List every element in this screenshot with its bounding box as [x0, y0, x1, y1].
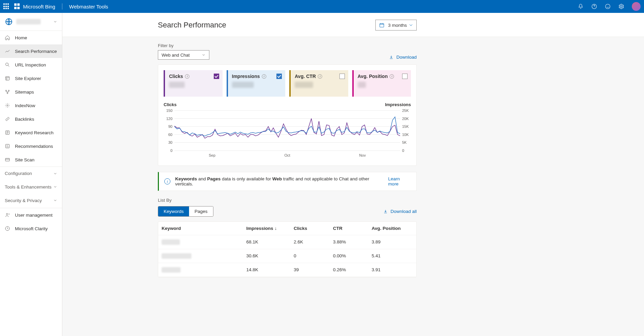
svg-text:Oct: Oct: [284, 153, 290, 157]
col-impressions[interactable]: Impressions↓: [246, 226, 294, 231]
nav-site-scan[interactable]: Site Scan: [0, 153, 62, 166]
metric-value-redacted: [358, 82, 366, 88]
main: Search Performance 3 months Filter by We…: [62, 13, 644, 336]
performance-chart[interactable]: 00305K6010K9015K12020K15025KSepOctNov: [164, 109, 411, 160]
svg-text:120: 120: [166, 117, 172, 121]
site-name-redacted: [16, 19, 41, 24]
svg-rect-11: [6, 144, 9, 148]
col-clicks[interactable]: Clicks: [294, 226, 333, 231]
info-icon[interactable]: i: [262, 74, 266, 79]
info-icon[interactable]: i: [185, 74, 189, 79]
col-ctr[interactable]: CTR: [333, 226, 372, 231]
nav-group-security[interactable]: Security & Privacy: [0, 194, 62, 207]
chart-card: Clicksi Impressionsi Avg. CTRi: [158, 64, 417, 166]
sort-desc-icon: ↓: [275, 226, 277, 231]
svg-rect-12: [5, 158, 9, 161]
info-banner-text: Keywords and Pages data is only availabl…: [175, 176, 383, 186]
metric-ctr[interactable]: Avg. CTRi: [289, 70, 348, 97]
metric-position-checkbox[interactable]: [402, 74, 408, 79]
date-range-selector[interactable]: 3 months: [375, 20, 417, 31]
svg-point-1: [605, 4, 610, 9]
table-row[interactable]: 14.8K390.26%3.91: [158, 263, 416, 277]
table-header: Keyword Impressions↓ Clicks CTR Avg. Pos…: [158, 222, 416, 235]
svg-point-9: [7, 105, 8, 106]
nav-group-tools[interactable]: Tools & Enhancements: [0, 180, 62, 194]
info-icon: i: [164, 178, 170, 184]
svg-text:5K: 5K: [402, 140, 407, 144]
table-row[interactable]: 68.1K2.6K3.88%3.89: [158, 235, 416, 249]
nav-indexnow[interactable]: IndexNow: [0, 99, 62, 112]
svg-rect-5: [6, 77, 9, 80]
svg-point-8: [7, 93, 8, 94]
svg-text:90: 90: [168, 124, 172, 129]
sidebar: Home Search Performance URL Inspection S…: [0, 13, 62, 336]
avatar[interactable]: [632, 2, 641, 11]
download-all-button[interactable]: Download all: [383, 209, 417, 214]
nav-microsoft-clarity[interactable]: Microsoft Clarity: [0, 222, 62, 235]
nav-home[interactable]: Home: [0, 31, 62, 44]
keyword-redacted: [162, 239, 180, 245]
col-position[interactable]: Avg. Position: [372, 226, 413, 231]
nav-keyword-research[interactable]: Keyword Research: [0, 126, 62, 139]
filter-selector[interactable]: Web and Chat: [158, 50, 209, 60]
metric-clicks-checkbox[interactable]: [214, 74, 219, 79]
metric-clicks[interactable]: Clicksi: [164, 70, 223, 97]
keyword-redacted: [162, 267, 181, 273]
metric-position[interactable]: Avg. Positioni: [352, 70, 411, 97]
svg-point-2: [621, 6, 622, 7]
metric-impressions-checkbox[interactable]: [276, 74, 282, 79]
info-icon[interactable]: i: [318, 74, 322, 79]
segment-keywords[interactable]: Keywords: [158, 206, 189, 216]
nav-site-explorer[interactable]: Site Explorer: [0, 72, 62, 85]
segment-pages[interactable]: Pages: [189, 206, 213, 216]
keyword-redacted: [162, 253, 191, 259]
table-row[interactable]: 30.6K00.00%5.41: [158, 249, 416, 263]
settings-icon[interactable]: [618, 3, 624, 9]
svg-text:60: 60: [168, 133, 172, 137]
page-title: Search Performance: [158, 21, 226, 29]
nav-sitemaps[interactable]: Sitemaps: [0, 85, 62, 99]
list-by-segment: Keywords Pages: [158, 206, 213, 217]
chart-right-axis-label: Impressions: [385, 102, 411, 107]
brand[interactable]: Microsoft Bing Webmaster Tools: [14, 3, 108, 9]
brand-label-2: Webmaster Tools: [69, 4, 108, 9]
app-launcher-icon[interactable]: [3, 3, 9, 9]
svg-point-13: [6, 213, 8, 215]
svg-text:150: 150: [166, 109, 172, 113]
feedback-icon[interactable]: [605, 3, 611, 9]
svg-text:0: 0: [170, 149, 172, 153]
list-by-label: List By: [158, 198, 417, 203]
site-selector[interactable]: [0, 13, 62, 31]
svg-point-7: [8, 90, 9, 91]
nav-group-configuration[interactable]: Configuration: [0, 166, 62, 180]
download-button[interactable]: Download: [389, 55, 417, 60]
svg-point-6: [6, 90, 7, 91]
svg-text:0: 0: [402, 149, 404, 153]
nav-backlinks[interactable]: Backlinks: [0, 112, 62, 126]
svg-text:15K: 15K: [402, 124, 409, 129]
svg-text:Nov: Nov: [359, 153, 366, 157]
brand-label-1: Microsoft Bing: [23, 4, 55, 9]
nav-recommendations[interactable]: Recommendations: [0, 139, 62, 153]
brand-separator: [62, 3, 62, 9]
nav-url-inspection[interactable]: URL Inspection: [0, 58, 62, 72]
notifications-icon[interactable]: [578, 3, 584, 9]
ms-logo-icon: [14, 3, 20, 9]
metric-impressions[interactable]: Impressionsi: [227, 70, 286, 97]
nav-user-management[interactable]: User management: [0, 208, 62, 222]
info-banner: i Keywords and Pages data is only availa…: [158, 172, 417, 191]
info-icon[interactable]: i: [390, 74, 394, 79]
svg-text:10K: 10K: [402, 133, 409, 137]
metric-value-redacted: [169, 82, 185, 88]
col-keyword[interactable]: Keyword: [162, 226, 246, 231]
chart-left-axis-label: Clicks: [164, 102, 176, 107]
nav-search-performance[interactable]: Search Performance: [0, 44, 62, 58]
metric-value-redacted: [232, 82, 254, 88]
metric-ctr-checkbox[interactable]: [339, 74, 345, 79]
help-icon[interactable]: [591, 3, 597, 9]
filter-label: Filter by: [158, 43, 209, 48]
learn-more-link[interactable]: Learn more: [388, 176, 411, 186]
svg-point-4: [6, 63, 8, 66]
svg-text:25K: 25K: [402, 109, 409, 113]
svg-text:Sep: Sep: [209, 153, 215, 157]
